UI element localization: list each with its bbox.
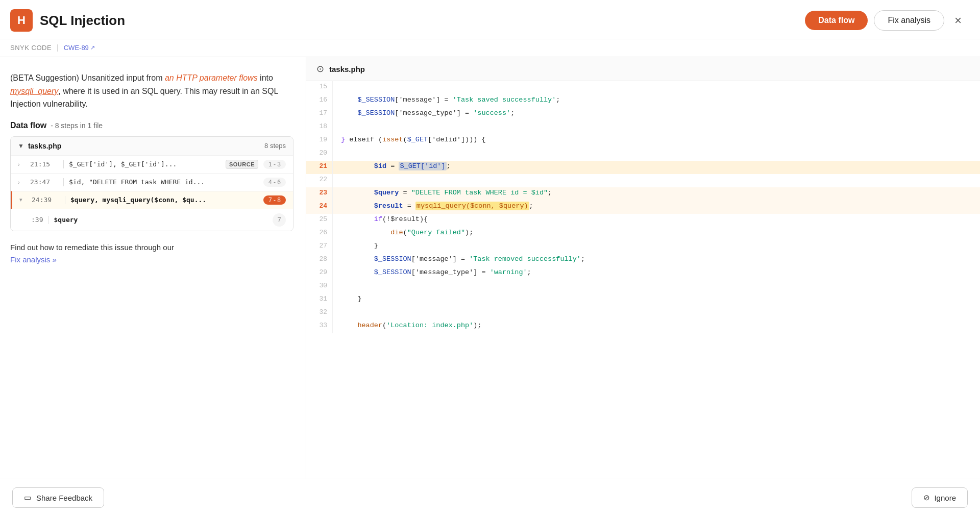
github-icon: ⊙ — [316, 63, 324, 75]
data-flow-button[interactable]: Data flow — [805, 11, 868, 30]
line-number: 16 — [306, 94, 333, 108]
code-line: 28 $_SESSION['message'] = 'Task removed … — [306, 254, 980, 267]
line-content: $_SESSION['message'] = 'Task saved succe… — [333, 94, 980, 108]
line-content — [333, 280, 980, 293]
line-content — [333, 121, 980, 134]
line-content: } elseif (isset($_GET['delid']))) { — [333, 134, 980, 148]
feedback-icon: ▭ — [24, 493, 31, 502]
fix-analysis-link[interactable]: Fix analysis » — [10, 255, 57, 264]
code-line: 25 if(!$result){ — [306, 214, 980, 227]
ignore-button[interactable]: ⊘ Ignore — [912, 487, 968, 508]
description: (BETA Suggestion) Unsanitized input from… — [10, 71, 293, 111]
remediate-section: Find out how to remediate this issue thr… — [10, 241, 293, 266]
share-feedback-label: Share Feedback — [36, 494, 92, 502]
description-prefix: (BETA Suggestion) Unsanitized input from — [10, 73, 165, 82]
line-number: 25 — [306, 214, 333, 227]
step-chevron-icon: ▾ — [19, 196, 27, 203]
code-line-highlighted: 24 $result = mysqli_query($conn, $query)… — [306, 201, 980, 214]
step-row-active[interactable]: ▾ 24:39 $query, mysqli_query($conn, $qu.… — [11, 191, 293, 209]
line-number: 22 — [306, 174, 333, 187]
line-content: die("Query failed"); — [333, 227, 980, 240]
line-number: 20 — [306, 148, 333, 161]
code-line: 26 die("Query failed"); — [306, 227, 980, 240]
line-content — [333, 174, 980, 187]
header-right: Data flow Fix analysis × — [805, 10, 966, 31]
line-number: 21 — [306, 161, 333, 174]
sub-step-num: 7 — [273, 213, 286, 227]
line-content: } — [333, 240, 980, 254]
line-content — [333, 81, 980, 94]
code-line: 15 — [306, 81, 980, 94]
header-left: H SQL Injection — [10, 9, 125, 32]
sub-step-location: :39 — [31, 216, 43, 224]
line-content: $_SESSION['message_type'] = 'success'; — [333, 108, 980, 121]
code-line: 17 $_SESSION['message_type'] = 'success'… — [306, 108, 980, 121]
line-content: $query = "DELETE FROM task WHERE id = $i… — [333, 187, 980, 201]
sub-header: SNYK CODE | CWE-89 ↗ — [0, 39, 980, 57]
line-number: 24 — [306, 201, 333, 214]
remediate-text: Find out how to remediate this issue thr… — [10, 243, 174, 252]
step-divider — [63, 178, 64, 186]
step-divider — [63, 160, 64, 168]
line-number: 29 — [306, 267, 333, 280]
file-header-left: ▼ tasks.php — [18, 142, 61, 150]
code-line: 19 } elseif (isset($_GET['delid']))) { — [306, 134, 980, 148]
separator: | — [57, 43, 59, 52]
line-content: if(!$result){ — [333, 214, 980, 227]
description-highlight: an HTTP parameter flows — [165, 73, 258, 82]
line-number: 18 — [306, 121, 333, 134]
right-panel: ⊙ tasks.php 15 16 $_SESSION['message'] =… — [306, 57, 980, 479]
line-number: 31 — [306, 293, 333, 307]
file-header[interactable]: ▼ tasks.php 8 steps — [11, 137, 293, 155]
sub-step-code: $query — [54, 216, 267, 224]
line-content — [333, 307, 980, 320]
line-content: $_SESSION['message'] = 'Task removed suc… — [333, 254, 980, 267]
code-line: 18 — [306, 121, 980, 134]
step-location: 21:15 — [30, 160, 58, 168]
share-feedback-button[interactable]: ▭ Share Feedback — [12, 487, 104, 508]
step-location: 24:39 — [32, 196, 60, 204]
step-range: 1 - 3 — [263, 160, 286, 169]
line-content: $result = mysqli_query($conn, $query); — [333, 201, 980, 214]
code-line: 20 — [306, 148, 980, 161]
description-link: mysqli_query — [10, 87, 58, 95]
step-location: 23:47 — [30, 178, 58, 186]
step-code: $query, mysqli_query($conn, $qu... — [70, 196, 258, 204]
line-number: 27 — [306, 240, 333, 254]
code-line: 27 } — [306, 240, 980, 254]
line-number: 23 — [306, 187, 333, 201]
step-divider — [48, 216, 48, 224]
header: H SQL Injection Data flow Fix analysis × — [0, 0, 980, 39]
file-chevron-icon: ▼ — [18, 142, 24, 150]
step-code: $id, "DELETE FROM task WHERE id... — [69, 178, 258, 186]
fix-analysis-button[interactable]: Fix analysis — [874, 10, 944, 31]
step-row[interactable]: › 23:47 $id, "DELETE FROM task WHERE id.… — [11, 173, 293, 191]
line-number: 33 — [306, 320, 333, 333]
sub-step[interactable]: :39 $query 7 — [11, 209, 293, 231]
line-number: 26 — [306, 227, 333, 240]
code-line-highlighted: 21 $id = $_GET['id']; — [306, 161, 980, 174]
page-title: SQL Injection — [40, 13, 125, 29]
line-number: 15 — [306, 81, 333, 94]
line-content: } — [333, 293, 980, 307]
close-button[interactable]: × — [950, 11, 966, 30]
step-range: 4 - 6 — [263, 178, 286, 187]
file-name: tasks.php — [28, 142, 61, 150]
line-number: 17 — [306, 108, 333, 121]
step-chevron-icon: › — [18, 161, 25, 167]
description-mid: into — [258, 73, 273, 82]
snyk-logo: H — [10, 9, 33, 32]
line-number: 19 — [306, 134, 333, 148]
source-badge: SOURCE — [226, 160, 258, 169]
cwe-text: CWE-89 — [64, 44, 89, 52]
line-content: $id = $_GET['id']; — [333, 161, 980, 174]
cwe-link[interactable]: CWE-89 ↗ — [64, 44, 95, 52]
step-row[interactable]: › 21:15 $_GET['id'], $_GET['id']... SOUR… — [11, 155, 293, 173]
line-number: 32 — [306, 307, 333, 320]
data-flow-section: Data flow - 8 steps in 1 file ▼ tasks.ph… — [10, 121, 293, 231]
line-content: $_SESSION['message_type'] = 'warning'; — [333, 267, 980, 280]
footer: ▭ Share Feedback ⊘ Ignore — [0, 479, 980, 516]
code-line: 16 $_SESSION['message'] = 'Task saved su… — [306, 94, 980, 108]
snyk-code-label: SNYK CODE — [10, 44, 52, 52]
line-content — [333, 148, 980, 161]
